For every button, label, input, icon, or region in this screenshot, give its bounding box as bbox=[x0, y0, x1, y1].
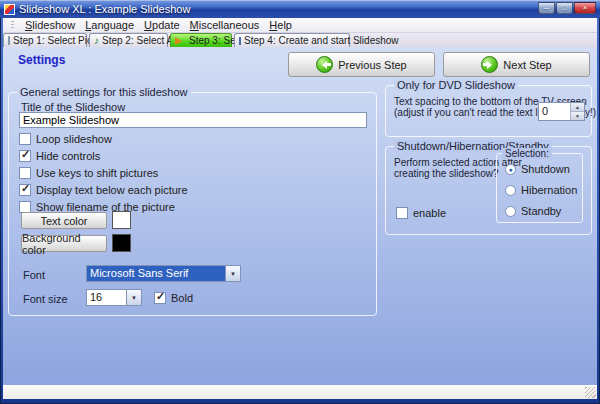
spin-down-icon[interactable]: ▼ bbox=[571, 112, 584, 120]
picture-icon bbox=[8, 36, 10, 45]
tab-step4-create-slideshow[interactable]: Step 4: Create and start Slideshow bbox=[234, 33, 350, 47]
window-controls: – □ × bbox=[538, 2, 596, 14]
radio-hibernation[interactable]: Hibernation bbox=[505, 184, 577, 196]
font-label: Font bbox=[23, 269, 45, 281]
selection-group: Selection: ● Shutdown Hibernation Standb… bbox=[496, 153, 583, 223]
maximize-button[interactable]: □ bbox=[556, 2, 573, 14]
font-size-label: Font size bbox=[23, 293, 68, 305]
checkbox-loop-slideshow[interactable]: Loop slideshow bbox=[19, 133, 112, 145]
arrow-left-icon bbox=[316, 56, 333, 73]
tab-label: Step 4: Create and start Slideshow bbox=[244, 35, 399, 46]
dvd-slideshow-group: Only for DVD Slideshow Text spacing to t… bbox=[385, 85, 592, 137]
font-selected-value: Microsoft Sans Serif bbox=[87, 266, 225, 281]
tab-step2-select-audio[interactable]: ♪ Step 2: Select Audio bbox=[89, 33, 168, 47]
checkbox-hide-controls[interactable]: ✓ Hide controls bbox=[19, 150, 100, 162]
monitor-icon bbox=[239, 37, 241, 45]
minimize-button[interactable]: – bbox=[538, 2, 555, 14]
font-dropdown[interactable]: Microsoft Sans Serif ▼ bbox=[86, 265, 241, 282]
checkbox-box[interactable] bbox=[19, 167, 31, 179]
text-color-swatch bbox=[112, 211, 131, 229]
radio-standby[interactable]: Standby bbox=[505, 205, 561, 217]
tab-bar: Step 1: Select Pictures ♪ Step 2: Select… bbox=[3, 33, 597, 47]
background-color-swatch bbox=[112, 234, 131, 252]
checkbox-box[interactable]: ✓ bbox=[154, 292, 166, 304]
previous-step-button[interactable]: Previous Step bbox=[288, 52, 435, 77]
checkbox-use-keys[interactable]: Use keys to shift pictures bbox=[19, 167, 158, 179]
page-title: Settings bbox=[18, 53, 65, 67]
menu-slideshow[interactable]: Slideshow bbox=[20, 19, 80, 31]
radio-circle[interactable]: ● bbox=[505, 164, 516, 175]
spin-up-icon[interactable]: ▲ bbox=[571, 103, 584, 112]
group-title: General settings for this slideshow bbox=[17, 86, 191, 98]
chevron-down-icon[interactable]: ▼ bbox=[126, 290, 141, 305]
next-step-button[interactable]: Next Step bbox=[443, 52, 590, 77]
background-color-button[interactable]: Background color bbox=[21, 235, 107, 252]
checkbox-box[interactable] bbox=[19, 133, 31, 145]
checkbox-box[interactable]: ✓ bbox=[19, 184, 31, 196]
slideshow-title-input[interactable] bbox=[19, 112, 367, 128]
maximize-icon: □ bbox=[562, 3, 567, 13]
shutdown-question-line2: creating the slideshow? bbox=[394, 168, 499, 179]
radio-circle[interactable] bbox=[505, 185, 516, 196]
font-size-dropdown[interactable]: 16 ▼ bbox=[86, 289, 142, 306]
spinner-buttons: ▲ ▼ bbox=[570, 103, 584, 120]
font-size-value: 16 bbox=[87, 290, 126, 305]
checkbox-box[interactable]: ✓ bbox=[19, 150, 31, 162]
minimize-icon: – bbox=[544, 3, 548, 13]
close-button[interactable]: × bbox=[574, 2, 596, 14]
group-title: Only for DVD Slideshow bbox=[394, 79, 518, 91]
checkbox-enable[interactable]: enable bbox=[396, 207, 446, 219]
general-settings-group: General settings for this slideshow Titl… bbox=[8, 92, 377, 316]
arrow-right-icon bbox=[481, 56, 498, 73]
menu-miscellaneous[interactable]: Miscellaneous bbox=[185, 19, 265, 31]
tab-step3-settings[interactable]: Step 3: Settings bbox=[170, 33, 232, 47]
tab-step1-select-pictures[interactable]: Step 1: Select Pictures bbox=[3, 33, 87, 47]
radio-circle[interactable] bbox=[505, 206, 516, 217]
chevron-down-icon[interactable]: ▼ bbox=[225, 266, 240, 281]
app-window: Slideshow XL : Example Slideshow – □ × S… bbox=[0, 0, 600, 404]
status-bar bbox=[3, 385, 597, 399]
checkbox-box[interactable] bbox=[396, 207, 408, 219]
group-title: Selection: bbox=[502, 148, 552, 159]
app-icon[interactable] bbox=[4, 4, 15, 15]
text-color-button[interactable]: Text color bbox=[21, 212, 107, 229]
menu-language[interactable]: Language bbox=[80, 19, 139, 31]
spinner-value[interactable]: 0 bbox=[539, 103, 570, 120]
radio-shutdown[interactable]: ● Shutdown bbox=[505, 163, 570, 175]
menu-bar: Slideshow Language Update Miscellaneous … bbox=[3, 18, 597, 33]
resize-grip[interactable] bbox=[585, 387, 596, 398]
menu-grip[interactable] bbox=[11, 21, 14, 30]
checkbox-display-text[interactable]: ✓ Display text below each picture bbox=[19, 184, 188, 196]
menu-help[interactable]: Help bbox=[264, 19, 297, 31]
window-title: Slideshow XL : Example Slideshow bbox=[19, 3, 190, 15]
settings-pointer-icon bbox=[175, 37, 186, 45]
audio-note-icon: ♪ bbox=[94, 36, 99, 46]
settings-page: Settings Previous Step Next Step General… bbox=[3, 47, 597, 385]
text-spacing-spinner[interactable]: 0 ▲ ▼ bbox=[538, 102, 585, 121]
title-bar[interactable]: Slideshow XL : Example Slideshow – □ × bbox=[0, 0, 600, 18]
menu-update[interactable]: Update bbox=[139, 19, 184, 31]
close-icon: × bbox=[583, 3, 588, 13]
checkbox-bold[interactable]: ✓ Bold bbox=[154, 292, 193, 304]
shutdown-group: Shutdown/Hibernation/Standby Perform sel… bbox=[385, 146, 592, 235]
